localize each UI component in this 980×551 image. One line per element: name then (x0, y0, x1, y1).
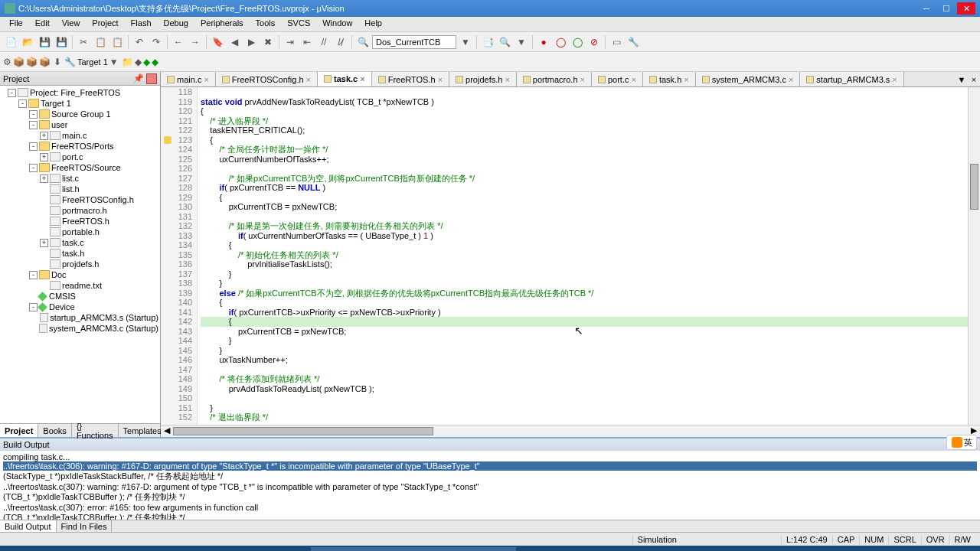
tree-expander[interactable]: - (29, 110, 38, 119)
taskbar-item[interactable]: Project (31, 547, 83, 551)
search-next-button[interactable]: ▼ (458, 34, 473, 50)
menu-debug[interactable]: Debug (158, 17, 194, 31)
menu-view[interactable]: View (56, 17, 87, 31)
tree-node[interactable]: +task.c (2, 237, 158, 248)
tree-expander[interactable]: + (40, 153, 48, 161)
cut-button[interactable]: ✂ (76, 34, 91, 50)
tree-expander[interactable]: - (8, 89, 16, 97)
build-output-line[interactable]: compiling task.c... (3, 452, 977, 461)
menu-file[interactable]: File (3, 17, 29, 31)
pack-installer-button[interactable]: ◆ (152, 57, 158, 67)
project-tree[interactable]: -Project: Fire_FreeRTOS-Target 1-Source … (0, 86, 160, 423)
taskbar-item[interactable]: 第8节.pdf * - 福昕阅... (136, 547, 243, 551)
build-output-line[interactable]: (StackType_t *)pxIdleTaskStackBuffer, /*… (3, 471, 977, 482)
select-packs-button[interactable]: ◆ (135, 57, 142, 67)
tree-node[interactable]: system_ARMCM3.c (Startup) (2, 323, 158, 334)
tree-node[interactable]: -Target 1 (2, 98, 158, 109)
window-layout-button[interactable]: ▭ (609, 34, 624, 50)
project-tab[interactable]: Templates (119, 424, 167, 437)
close-tab-icon[interactable]: × (892, 75, 897, 84)
tree-node[interactable]: CMSIS (2, 291, 158, 302)
project-tab[interactable]: {} Functions (72, 424, 119, 437)
breakpoint-off-button[interactable]: ◯ (570, 34, 585, 50)
menu-tools[interactable]: Tools (250, 17, 282, 31)
project-panel-close[interactable] (146, 73, 157, 84)
menu-project[interactable]: Project (86, 17, 124, 31)
menu-help[interactable]: Help (358, 17, 388, 31)
menu-window[interactable]: Window (316, 17, 358, 31)
maximize-button[interactable]: ☐ (937, 2, 956, 15)
target-dd-button[interactable]: ▼ (109, 57, 119, 67)
menu-edit[interactable]: Edit (29, 17, 56, 31)
file-tab[interactable]: portmacro.h× (517, 72, 592, 86)
build-button[interactable]: 📦 (13, 57, 24, 67)
close-tab-icon[interactable]: × (580, 75, 585, 84)
build-output-line[interactable]: (TCB_t *)pxIdleTaskTCBBuffer ); /* 任务控制块… (3, 491, 977, 503)
paste-button[interactable]: 📋 (109, 34, 125, 50)
build-tab[interactable]: Build Output (0, 520, 57, 532)
file-tab[interactable]: projdefs.h× (449, 72, 517, 86)
batch-build-button[interactable]: 📦 (39, 57, 51, 67)
target-options-button[interactable]: 🔧 (64, 57, 76, 67)
redo-button[interactable]: ↷ (149, 34, 164, 50)
bookmark-clear-button[interactable]: ✖ (260, 34, 276, 50)
taskbar-item[interactable]: C:\Users\Administr... (311, 547, 413, 551)
tree-node[interactable]: startup_ARMCM3.s (Startup) (2, 312, 158, 323)
tree-expander[interactable]: - (29, 121, 38, 129)
build-output-line[interactable]: (TCB_t *)pxIdleTaskTCBBuffer ); /* 任务控制块… (3, 512, 977, 520)
manage-rte-button[interactable]: ◆ (143, 57, 150, 67)
rebuild-button[interactable]: 📦 (26, 57, 38, 67)
bookmark-prev-button[interactable]: ◀ (227, 34, 242, 50)
zoom-dd-button[interactable]: ▼ (514, 34, 529, 50)
file-tab[interactable]: system_ARMCM3.c× (696, 72, 801, 86)
tree-expander[interactable]: - (18, 99, 27, 108)
new-file-button[interactable]: 📄 (3, 34, 18, 50)
close-tab-icon[interactable]: × (306, 75, 311, 84)
tree-expander[interactable]: - (29, 271, 38, 279)
tab-dropdown-button[interactable]: ▼ (956, 72, 968, 86)
zoom-in-button[interactable]: 🔍 (497, 34, 512, 50)
pin-icon[interactable]: 📌 (133, 73, 144, 83)
project-tab[interactable]: Project (0, 424, 38, 437)
build-tab[interactable]: Find In Files (57, 520, 113, 532)
tree-node[interactable]: projdefs.h (2, 259, 158, 269)
file-tab[interactable]: main.c× (161, 72, 216, 86)
file-tab[interactable]: FreeRTOS.h× (372, 72, 449, 86)
debug-start-button[interactable]: ● (536, 34, 551, 50)
indent-button[interactable]: ⇥ (283, 34, 298, 50)
build-output-line[interactable]: ..\freertos\task.c(307): error: #165: to… (3, 503, 977, 512)
close-button[interactable]: ✕ (957, 2, 975, 15)
code-editor[interactable]: 1181191201211221231241251261271281291301… (161, 87, 980, 425)
uncomment-button[interactable]: //̷ (333, 34, 348, 50)
tree-node[interactable]: -Device (2, 302, 158, 312)
comment-button[interactable]: // (316, 34, 332, 50)
file-tab[interactable]: task.h× (643, 72, 696, 86)
tree-node[interactable]: portmacro.h (2, 205, 158, 216)
start-button[interactable] (3, 547, 29, 551)
vertical-scrollbar[interactable] (968, 87, 980, 425)
minimize-button[interactable]: ─ (917, 2, 936, 15)
find-button[interactable]: 🔍 (355, 34, 371, 50)
search-combo[interactable]: Dos_CurrentTCB (372, 35, 456, 49)
tree-node[interactable]: list.h (2, 184, 158, 194)
undo-button[interactable]: ↶ (132, 34, 147, 50)
ime-indicator[interactable]: 英 (946, 435, 977, 450)
file-tab[interactable]: startup_ARMCM3.s× (800, 72, 903, 86)
tree-node[interactable]: task.h (2, 248, 158, 259)
build-output-body[interactable]: compiling task.c.....\freertos\task.c(30… (0, 451, 980, 520)
close-tab-icon[interactable]: × (505, 75, 509, 84)
close-tab-icon[interactable]: × (684, 75, 688, 84)
tree-expander[interactable]: - (29, 142, 38, 151)
save-all-button[interactable]: 💾 (54, 34, 69, 50)
close-tab-icon[interactable]: × (438, 75, 443, 84)
target-combo[interactable]: Target 1 (77, 57, 108, 67)
file-tab[interactable]: task.c× (318, 72, 372, 86)
tree-node[interactable]: FreeRTOSConfig.h (2, 194, 158, 205)
outdent-button[interactable]: ⇤ (299, 34, 315, 50)
save-button[interactable]: 💾 (37, 34, 52, 50)
tree-node[interactable]: +main.c (2, 130, 158, 141)
file-tab[interactable]: FreeRTOSConfig.h× (216, 72, 318, 86)
tree-node[interactable]: +port.c (2, 152, 158, 162)
tree-expander[interactable]: + (40, 239, 48, 247)
tree-node[interactable]: +list.c (2, 173, 158, 184)
